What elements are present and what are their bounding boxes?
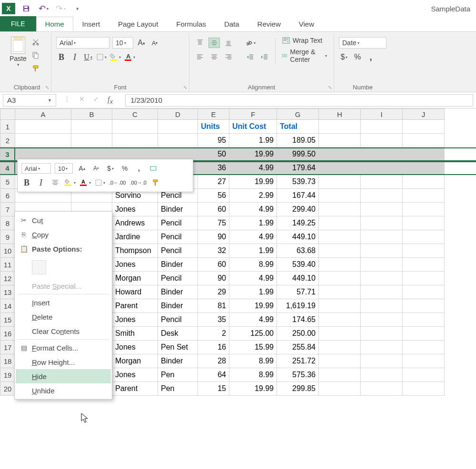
- cell[interactable]: [158, 134, 198, 147]
- italic-button[interactable]: I: [69, 52, 80, 62]
- cell[interactable]: [361, 148, 403, 160]
- cell[interactable]: [319, 189, 361, 203]
- cell[interactable]: 56: [198, 189, 229, 203]
- cell[interactable]: [71, 134, 112, 147]
- cell[interactable]: [319, 368, 361, 382]
- cell[interactable]: Thompson: [112, 244, 158, 258]
- mini-font-color[interactable]: A: [79, 177, 91, 188]
- cm-row-height[interactable]: Row Height...: [16, 355, 111, 369]
- cell[interactable]: 449.10: [277, 272, 319, 285]
- cell[interactable]: Binder: [158, 354, 198, 368]
- mini-align-center[interactable]: [50, 177, 60, 188]
- cell[interactable]: [403, 258, 445, 272]
- cell[interactable]: [403, 189, 445, 203]
- cell[interactable]: Jones: [112, 203, 158, 216]
- row-header-8[interactable]: 8: [0, 216, 15, 230]
- font-color-button[interactable]: A: [124, 52, 135, 62]
- mini-decrease-decimal[interactable]: .00→.0: [129, 177, 146, 188]
- cell[interactable]: [361, 189, 403, 203]
- cell[interactable]: 57.71: [277, 285, 319, 299]
- copy-button[interactable]: [30, 50, 42, 60]
- cell[interactable]: [361, 382, 403, 396]
- cell[interactable]: [361, 162, 403, 174]
- row-header-18[interactable]: 18: [0, 354, 15, 368]
- cell[interactable]: [319, 134, 361, 147]
- cell[interactable]: [112, 134, 158, 147]
- mini-grow-font[interactable]: A▴: [77, 163, 87, 174]
- row-header-2[interactable]: 2: [0, 134, 15, 147]
- cell[interactable]: Jones: [112, 258, 158, 272]
- name-box[interactable]: A3▼: [3, 94, 56, 107]
- cell[interactable]: Pen Set: [158, 341, 198, 354]
- cell[interactable]: 167.44: [277, 189, 319, 203]
- select-all-corner[interactable]: [0, 108, 15, 120]
- cell[interactable]: [319, 175, 361, 189]
- cell[interactable]: [319, 327, 361, 341]
- cell[interactable]: Smith: [112, 327, 158, 341]
- cm-cut[interactable]: ✂Cut: [16, 213, 111, 227]
- formula-input[interactable]: 1/23/2010: [125, 94, 473, 107]
- fbar-enter-button[interactable]: ✓: [93, 95, 99, 105]
- align-top-button[interactable]: [194, 38, 206, 48]
- cell[interactable]: [403, 354, 445, 368]
- cell[interactable]: [319, 354, 361, 368]
- col-header-a[interactable]: A: [15, 108, 71, 120]
- cell[interactable]: [361, 244, 403, 258]
- cell[interactable]: 8.99: [229, 368, 277, 382]
- tab-insert[interactable]: Insert: [73, 17, 109, 31]
- cell[interactable]: 29: [198, 285, 229, 299]
- cell[interactable]: 575.36: [277, 368, 319, 382]
- cell[interactable]: Pencil: [158, 272, 198, 285]
- wrap-text-button[interactable]: Wrap Text: [280, 36, 329, 45]
- cell[interactable]: 4.99: [229, 313, 277, 327]
- cell[interactable]: 299.85: [277, 382, 319, 396]
- mini-fill-color[interactable]: [64, 177, 76, 188]
- cell[interactable]: [319, 285, 361, 299]
- currency-button[interactable]: $: [339, 52, 349, 62]
- align-right-button[interactable]: [223, 52, 234, 62]
- cell[interactable]: 2.99: [229, 189, 277, 203]
- cell[interactable]: [319, 216, 361, 230]
- mini-font-size[interactable]: 10: [55, 163, 73, 174]
- cell[interactable]: 250.00: [277, 327, 319, 341]
- cell[interactable]: Morgan: [112, 354, 158, 368]
- decrease-font-button[interactable]: A▾: [149, 38, 160, 48]
- row-header-20[interactable]: 20: [0, 382, 15, 396]
- cell[interactable]: [319, 203, 361, 216]
- cell[interactable]: [361, 134, 403, 147]
- cut-button[interactable]: [30, 37, 42, 47]
- font-size-combo[interactable]: 10: [112, 37, 133, 49]
- row-header-19[interactable]: 19: [0, 368, 15, 382]
- cell[interactable]: [403, 327, 445, 341]
- cell[interactable]: 32: [198, 244, 229, 258]
- row-header-4[interactable]: 4: [0, 162, 15, 174]
- cell[interactable]: 251.72: [277, 354, 319, 368]
- col-header-j[interactable]: J: [403, 108, 445, 120]
- cm-copy[interactable]: ⎘Copy: [16, 227, 111, 242]
- format-painter-button[interactable]: [30, 63, 42, 74]
- cell[interactable]: 4.99: [229, 230, 277, 244]
- cell[interactable]: [403, 299, 445, 313]
- cell[interactable]: 539.73: [277, 175, 319, 189]
- cell[interactable]: 15: [198, 382, 229, 396]
- mini-shrink-font[interactable]: A▾: [91, 163, 101, 174]
- cell[interactable]: 1.99: [229, 134, 277, 147]
- cell[interactable]: [403, 148, 445, 160]
- cell[interactable]: [361, 327, 403, 341]
- cell[interactable]: [361, 368, 403, 382]
- cell[interactable]: 63.68: [277, 244, 319, 258]
- cell[interactable]: [319, 299, 361, 313]
- mini-format-painter[interactable]: [150, 177, 161, 188]
- orientation-button[interactable]: ab: [245, 38, 256, 48]
- col-header-h[interactable]: H: [319, 108, 361, 120]
- cell[interactable]: [403, 272, 445, 285]
- alignment-launcher[interactable]: ⤡: [328, 85, 332, 90]
- qat-redo-button[interactable]: ↷▾: [55, 3, 66, 14]
- number-format-combo[interactable]: Date: [339, 37, 387, 49]
- row-header-15[interactable]: 15: [0, 313, 15, 327]
- increase-indent-button[interactable]: [259, 52, 270, 62]
- tab-file[interactable]: FILE: [0, 16, 36, 31]
- mini-italic[interactable]: I: [36, 177, 46, 188]
- cell[interactable]: [403, 244, 445, 258]
- comma-button[interactable]: ,: [366, 52, 376, 62]
